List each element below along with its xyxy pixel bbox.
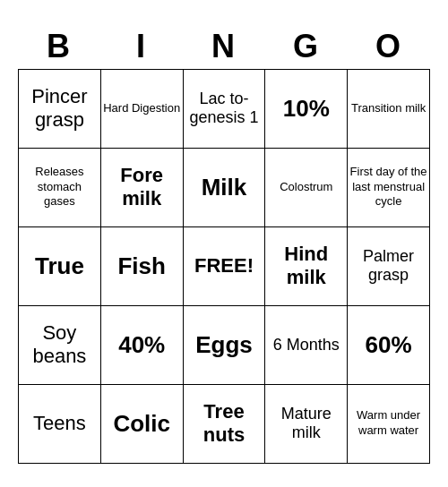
cell-1-3: Colostrum xyxy=(265,148,348,226)
table-row: Soy beans40%Eggs6 Months60% xyxy=(19,305,430,384)
table-row: Releases stomach gasesFore milkMilkColos… xyxy=(19,148,430,226)
cell-1-1: Fore milk xyxy=(100,148,183,226)
cell-2-2: FREE! xyxy=(183,226,265,305)
cell-1-0: Releases stomach gases xyxy=(19,148,101,226)
cell-4-3: Mature milk xyxy=(265,384,348,463)
cell-0-3: 10% xyxy=(265,69,348,148)
cell-4-0: Teens xyxy=(19,384,101,463)
cell-3-4: 60% xyxy=(348,305,430,384)
cell-4-1: Colic xyxy=(100,384,183,463)
cell-4-4: Warm under warm water xyxy=(348,384,430,463)
cell-0-0: Pincer grasp xyxy=(19,69,101,148)
table-row: Pincer graspHard DigestionLac to-genesis… xyxy=(19,69,430,148)
header-b: B xyxy=(18,24,100,69)
cell-0-1: Hard Digestion xyxy=(100,69,183,148)
cell-2-0: True xyxy=(19,226,101,305)
cell-3-0: Soy beans xyxy=(19,305,101,384)
cell-1-4: First day of the last menstrual cycle xyxy=(348,148,430,226)
header-g: G xyxy=(265,24,348,69)
table-row: TrueFishFREE!Hind milkPalmer grasp xyxy=(19,226,430,305)
cell-2-3: Hind milk xyxy=(265,226,348,305)
cell-2-4: Palmer grasp xyxy=(348,226,430,305)
header-n: N xyxy=(183,24,265,69)
cell-2-1: Fish xyxy=(100,226,183,305)
cell-3-3: 6 Months xyxy=(265,305,348,384)
cell-0-4: Transition milk xyxy=(348,69,430,148)
cell-3-2: Eggs xyxy=(183,305,265,384)
header-o: O xyxy=(348,24,430,69)
cell-1-2: Milk xyxy=(183,148,265,226)
bingo-table: Pincer graspHard DigestionLac to-genesis… xyxy=(18,69,430,464)
cell-4-2: Tree nuts xyxy=(183,384,265,463)
bingo-header: B I N G O xyxy=(18,24,430,69)
table-row: TeensColicTree nutsMature milkWarm under… xyxy=(19,384,430,463)
header-i: I xyxy=(100,24,183,69)
cell-3-1: 40% xyxy=(100,305,183,384)
cell-0-2: Lac to-genesis 1 xyxy=(183,69,265,148)
